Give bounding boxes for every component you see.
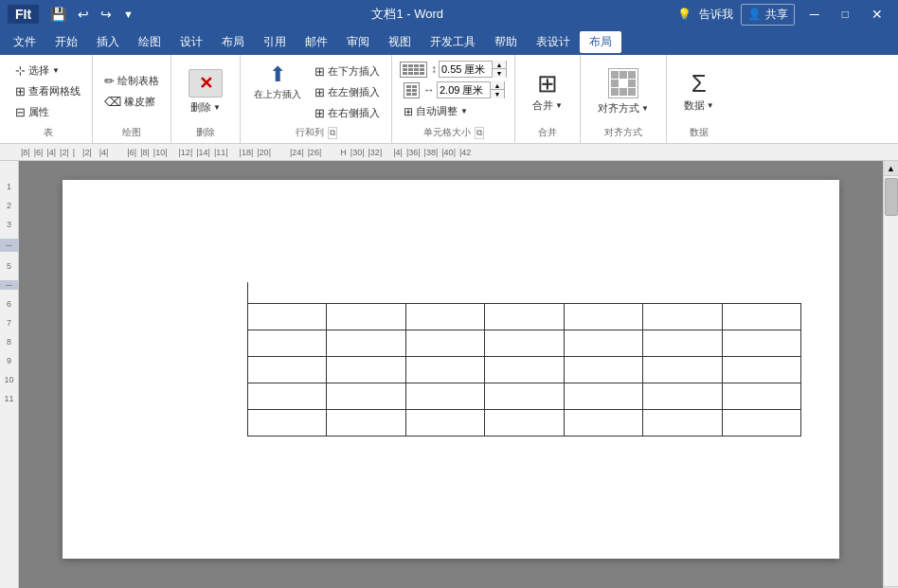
menu-item-view[interactable]: 视图 — [379, 31, 421, 53]
ribbon-group-delete-content: ✕ 删除 ▼ — [177, 55, 234, 124]
height-up-arrow[interactable]: ▲ — [493, 61, 506, 69]
table-cell[interactable] — [564, 357, 642, 383]
merge-label: 合并 — [532, 98, 553, 113]
maximize-button[interactable]: □ — [835, 6, 856, 23]
table-cell[interactable] — [564, 410, 642, 437]
align-arrow-icon: ▼ — [641, 104, 649, 113]
close-button[interactable]: ✕ — [864, 5, 890, 24]
table-cell[interactable] — [485, 357, 564, 383]
table-cell[interactable] — [405, 330, 484, 357]
table-cell[interactable] — [643, 410, 722, 437]
table-cell[interactable] — [722, 357, 800, 383]
table-cell[interactable] — [405, 357, 484, 383]
table-cell[interactable] — [564, 383, 642, 410]
menu-item-review[interactable]: 审阅 — [337, 31, 379, 53]
menu-item-layout-page[interactable]: 布局 — [212, 31, 254, 53]
table-cell[interactable] — [327, 383, 405, 410]
menu-item-developer[interactable]: 开发工具 — [421, 31, 485, 53]
height-down-arrow[interactable]: ▼ — [493, 69, 506, 78]
table-cell[interactable] — [327, 330, 405, 357]
merge-button[interactable]: ⊞ 合并 ▼ — [525, 67, 570, 116]
table-cell[interactable] — [248, 410, 327, 437]
table-cell[interactable] — [722, 410, 800, 437]
select-button[interactable]: ⊹ 选择 ▼ — [11, 62, 84, 80]
menu-item-design[interactable]: 设计 — [171, 31, 212, 53]
customize-icon[interactable]: ▼ — [119, 7, 137, 22]
table-cell[interactable] — [248, 357, 327, 383]
table-cell[interactable] — [643, 383, 722, 410]
width-spinbox-arrows: ▲ ▼ — [490, 81, 504, 98]
share-button[interactable]: 👤 共享 — [741, 4, 794, 26]
data-arrow-icon: ▼ — [707, 101, 714, 110]
cell-width-input-container: ▲ ▼ — [437, 81, 505, 98]
ribbon-column-table: ⊹ 选择 ▼ ⊞ 查看网格线 ⊟ 属性 — [11, 62, 84, 121]
ribbon-group-draw: ✏ 绘制表格 ⌫ 橡皮擦 绘图 — [93, 55, 171, 143]
save-icon[interactable]: 💾 — [46, 5, 70, 24]
table-cell[interactable] — [405, 410, 484, 437]
menu-item-mailings[interactable]: 邮件 — [296, 31, 337, 53]
menu-item-help[interactable]: 帮助 — [485, 31, 527, 53]
align-button[interactable]: 对齐方式 ▼ — [590, 64, 656, 119]
table-cell[interactable] — [485, 383, 564, 410]
width-down-arrow[interactable]: ▼ — [491, 90, 504, 98]
table-cell[interactable] — [485, 304, 564, 330]
menu-item-layout-table[interactable]: 布局 — [580, 31, 621, 53]
grid-view-button[interactable]: ⊞ 查看网格线 — [11, 82, 84, 100]
insert-below-button[interactable]: ⊞ 在下方插入 — [311, 62, 384, 80]
data-button[interactable]: Σ 数据 ▼ — [676, 67, 722, 116]
menu-item-file[interactable]: 文件 — [4, 31, 45, 53]
scroll-up-button[interactable]: ▲ — [884, 161, 899, 176]
insert-left-button[interactable]: ⊞ 在左侧插入 — [311, 83, 384, 101]
properties-button[interactable]: ⊟ 属性 — [11, 103, 84, 121]
scroll-thumb[interactable] — [885, 178, 898, 216]
eraser-button[interactable]: ⌫ 橡皮擦 — [100, 93, 163, 111]
scrollbar-vertical[interactable]: ▲ ▼ — [883, 161, 898, 588]
table-cell[interactable] — [564, 330, 642, 357]
properties-icon: ⊟ — [15, 105, 26, 119]
cell-width-row: ↔ ▲ ▼ — [423, 81, 505, 98]
table-cell[interactable] — [643, 330, 722, 357]
insert-right-button[interactable]: ⊞ 在右侧插入 — [311, 104, 384, 122]
menu-item-references[interactable]: 引用 — [254, 31, 296, 53]
document-area — [19, 161, 883, 588]
table-cell[interactable] — [327, 304, 405, 330]
width-up-arrow[interactable]: ▲ — [491, 81, 504, 90]
lightbulb-icon[interactable]: 💡 — [677, 8, 691, 21]
tell-me-button[interactable]: 告诉我 — [699, 7, 733, 23]
redo-icon[interactable]: ↪ — [97, 5, 116, 24]
undo-icon[interactable]: ↩ — [74, 5, 93, 24]
table-cell[interactable] — [248, 383, 327, 410]
ribbon-group-table: ⊹ 选择 ▼ ⊞ 查看网格线 ⊟ 属性 表 — [4, 55, 93, 143]
table-cell[interactable] — [327, 410, 405, 437]
table-cell[interactable] — [405, 383, 484, 410]
menu-item-home[interactable]: 开始 — [45, 31, 87, 53]
menu-item-table-design[interactable]: 表设计 — [527, 31, 580, 53]
delete-button[interactable]: ✕ 删除 ▼ — [181, 65, 230, 118]
minimize-button[interactable]: ─ — [802, 5, 827, 24]
ribbon-group-cell-size-content: ↕ ▲ ▼ ↔ — [398, 55, 509, 124]
ribbon-group-align-content: 对齐方式 ▼ — [586, 55, 660, 124]
ribbon-group-draw-content: ✏ 绘制表格 ⌫ 橡皮擦 — [99, 55, 165, 124]
table-cell[interactable] — [722, 304, 800, 330]
table-cell[interactable] — [485, 330, 564, 357]
insert-above-button[interactable]: ⬆ 在上方插入 — [248, 61, 307, 105]
table-cell[interactable] — [248, 304, 327, 330]
table-cell[interactable] — [248, 330, 327, 357]
cell-height-input[interactable] — [440, 63, 492, 75]
table-cell[interactable] — [643, 304, 722, 330]
table-cell[interactable] — [405, 304, 484, 330]
cell-size-expand-icon[interactable]: ⧉ — [475, 127, 484, 139]
table-cell[interactable] — [485, 410, 564, 437]
auto-adjust-button[interactable]: ⊞ 自动调整 ▼ — [400, 102, 472, 120]
cell-width-input[interactable] — [438, 84, 490, 96]
table-cell[interactable] — [722, 330, 800, 357]
table-cell[interactable] — [327, 357, 405, 383]
table-cell[interactable] — [564, 304, 642, 330]
table-cell[interactable] — [643, 357, 722, 383]
draw-table-button[interactable]: ✏ 绘制表格 — [100, 72, 163, 90]
menu-item-draw[interactable]: 绘图 — [129, 31, 171, 53]
document-table — [247, 303, 801, 437]
menu-item-insert[interactable]: 插入 — [87, 31, 129, 53]
table-cell[interactable] — [722, 383, 800, 410]
rows-cols-expand-icon[interactable]: ⧉ — [328, 127, 337, 139]
